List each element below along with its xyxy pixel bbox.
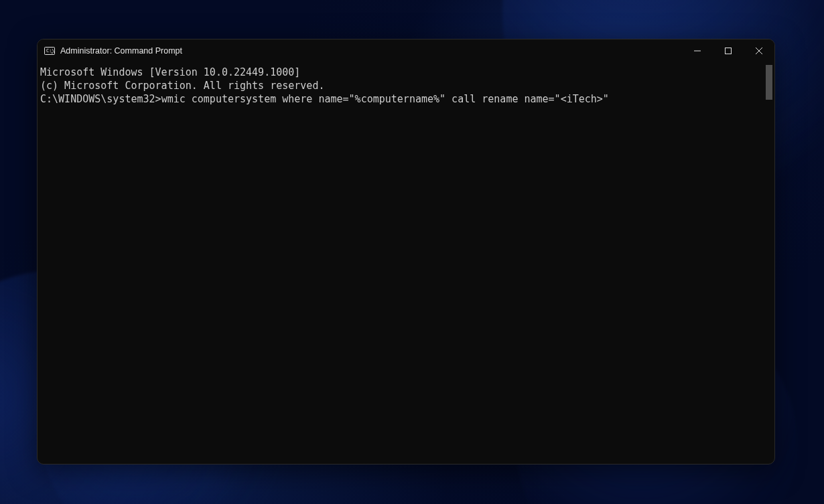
prompt-line: C:\WINDOWS\system32>wmic computersystem … [40, 92, 774, 106]
titlebar[interactable]: C:\ Administrator: Command Prompt [38, 39, 774, 62]
typed-command: wmic computersystem where name="%compute… [161, 93, 609, 105]
minimize-button[interactable] [682, 39, 713, 62]
window-controls [682, 39, 774, 62]
close-button[interactable] [744, 39, 774, 62]
svg-text:C:\: C:\ [46, 48, 55, 54]
maximize-button[interactable] [713, 39, 744, 62]
titlebar-left: C:\ Administrator: Command Prompt [38, 46, 682, 56]
prompt-path: C:\WINDOWS\system32> [40, 93, 161, 105]
command-prompt-window: C:\ Administrator: Command Prompt Micros… [37, 39, 775, 465]
window-title: Administrator: Command Prompt [60, 46, 182, 56]
svg-rect-4 [726, 48, 732, 54]
banner-line: Microsoft Windows [Version 10.0.22449.10… [40, 66, 774, 79]
cmd-prompt-icon: C:\ [44, 46, 55, 56]
scrollbar-thumb[interactable] [766, 65, 772, 100]
banner-line: (c) Microsoft Corporation. All rights re… [40, 79, 774, 92]
terminal-output[interactable]: Microsoft Windows [Version 10.0.22449.10… [38, 62, 774, 464]
